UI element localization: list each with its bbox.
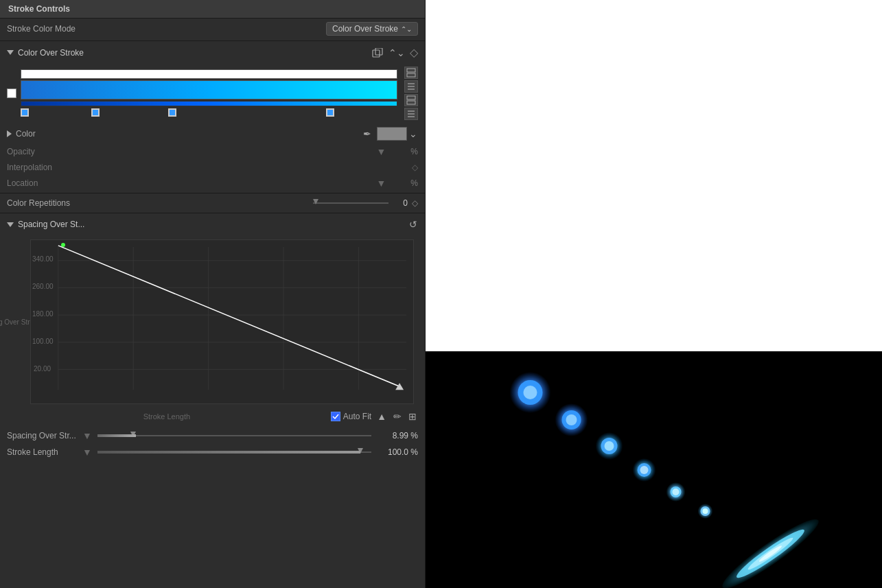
stroke-color-mode-value: Color Over Stroke [332, 24, 398, 34]
y-label-20: 20.00 [34, 365, 51, 373]
color-stop-0[interactable] [21, 108, 29, 117]
side-icon-2[interactable] [404, 80, 418, 93]
autofit-checkbox-container: Auto Fit [331, 412, 371, 421]
spacing-thumb-icon: ▼ [82, 430, 92, 441]
svg-point-34 [640, 466, 649, 474]
stroke-length-label: Stroke Length [7, 447, 82, 457]
color-over-stroke-section: Color Over Stroke ⌃⌄ ◇ [0, 43, 425, 62]
spacing-title: Spacing Over St... [18, 220, 408, 229]
chart-toolbar: Stroke Length Auto Fit ▲ ✏ ⊞ [0, 407, 425, 426]
cursor-tool-icon[interactable]: ▲ [375, 410, 388, 423]
interpolation-label: Interpolation [7, 163, 69, 172]
chevron-updown-icon[interactable]: ⌃⌄ [388, 47, 406, 59]
svg-marker-22 [395, 383, 404, 390]
y-label-340: 340.00 [32, 255, 54, 263]
eyedropper-icon[interactable]: ✒ [363, 128, 371, 139]
color-stop-1[interactable] [91, 108, 100, 117]
opacity-label: Opacity [7, 147, 69, 156]
svg-rect-7 [407, 96, 415, 99]
panel-title: Stroke Controls [8, 4, 70, 14]
stroke-color-mode-dropdown[interactable]: Color Over Stroke ⌃⌄ [326, 22, 418, 36]
stroke-length-value: 100.0 % [377, 447, 418, 457]
bottom-sliders: Spacing Over Str... ▼ 8.99 % Stroke Leng… [0, 426, 425, 462]
stroke-color-mode-row: Stroke Color Mode Color Over Stroke ⌃⌄ [0, 19, 425, 39]
svg-rect-8 [407, 101, 415, 104]
dots-visualization [426, 351, 882, 588]
divider-2 [0, 193, 425, 193]
left-panel: Stroke Controls Stroke Color Mode Color … [0, 0, 426, 588]
diamond-marker-icon: ◇ [410, 46, 418, 59]
y-label-100: 100.00 [32, 338, 54, 345]
svg-rect-3 [407, 73, 415, 77]
color-repetitions-label: Color Repetitions [7, 198, 307, 208]
color-repetitions-diamond-icon: ◇ [412, 198, 418, 208]
interpolation-row: Interpolation ◇ [0, 160, 425, 175]
color-stop-checkbox[interactable] [7, 89, 16, 98]
swatch-dropdown-icon[interactable]: ⌄ [408, 128, 418, 140]
color-swatch[interactable] [377, 127, 407, 141]
opacity-thumb-icon: ▼ [376, 146, 386, 157]
autofit-checkbox[interactable] [331, 412, 340, 421]
svg-point-40 [703, 508, 708, 514]
panel-header: Stroke Controls [0, 0, 425, 19]
gradient-tracks [21, 69, 397, 117]
spacing-collapse-icon[interactable] [7, 222, 14, 227]
y-label-260: 260.00 [32, 283, 54, 290]
color-repetitions-row: Color Repetitions 0 ◇ [0, 195, 425, 211]
divider-1 [0, 40, 425, 41]
interpolation-icon: ◇ [412, 163, 418, 172]
location-label: Location [7, 178, 69, 188]
stroke-length-track[interactable] [97, 451, 371, 453]
color-stops-row [21, 108, 397, 117]
chevron-icon: ⌃⌄ [401, 25, 412, 33]
spacing-slider-fill [97, 434, 136, 437]
pen-tool-icon[interactable]: ✏ [392, 410, 403, 423]
color-row: Color ✒ ⌄ [0, 124, 425, 143]
spacing-slider-label: Spacing Over Str... [7, 431, 82, 440]
right-panel [426, 0, 882, 588]
spacing-slider-value: 8.99 % [377, 431, 418, 440]
spacing-reset-icon[interactable]: ↺ [408, 218, 418, 231]
divider-3 [0, 213, 425, 213]
autofit-label: Auto Fit [343, 412, 371, 421]
side-icons [404, 67, 418, 120]
chart-svg [31, 240, 413, 403]
location-percent: % [410, 178, 418, 188]
spacing-slider-track[interactable] [97, 435, 371, 436]
svg-point-37 [673, 489, 680, 495]
stroke-length-fill [97, 451, 360, 454]
gradient-track-bottom [21, 101, 397, 106]
color-over-stroke-title: Color Over Stroke [18, 48, 371, 58]
color-expand-icon[interactable] [7, 130, 12, 137]
location-row: Location ▼ % [0, 175, 425, 191]
svg-point-28 [566, 414, 577, 425]
color-stop-2[interactable] [168, 108, 176, 117]
side-icon-4[interactable] [404, 108, 418, 120]
svg-point-25 [524, 386, 537, 399]
section-icons: ⌃⌄ ◇ [371, 46, 418, 59]
x-axis-label: Stroke Length [7, 412, 327, 421]
side-icon-1[interactable] [404, 67, 418, 79]
stroke-length-thumb-icon: ▼ [82, 447, 92, 458]
side-icon-3[interactable] [404, 94, 418, 106]
spacing-section-header: Spacing Over St... ↺ [0, 215, 425, 234]
svg-rect-2 [407, 69, 415, 72]
color-repetitions-value: 0 [394, 198, 408, 208]
copy-icon[interactable] [371, 47, 384, 58]
chart-area[interactable]: 340.00 260.00 180.00 100.00 20.00 [30, 239, 414, 404]
svg-point-31 [605, 441, 614, 451]
chart-wrapper: Spacing Over Stroke [25, 237, 419, 407]
svg-rect-1 [375, 48, 382, 55]
color-repetitions-thumb [313, 199, 318, 204]
opacity-percent: % [410, 147, 418, 156]
color-repetitions-slider[interactable] [313, 202, 388, 204]
grid-tool-icon[interactable]: ⊞ [407, 410, 418, 423]
stroke-color-mode-label: Stroke Color Mode [7, 24, 326, 34]
gradient-editor [0, 62, 425, 124]
color-stop-3[interactable] [326, 108, 334, 117]
spacing-slider-row: Spacing Over Str... ▼ 8.99 % [0, 427, 425, 444]
collapse-triangle-icon[interactable] [7, 50, 14, 55]
gradient-row [7, 67, 418, 120]
gradient-track-blue[interactable] [21, 80, 397, 99]
color-label: Color [16, 129, 36, 139]
